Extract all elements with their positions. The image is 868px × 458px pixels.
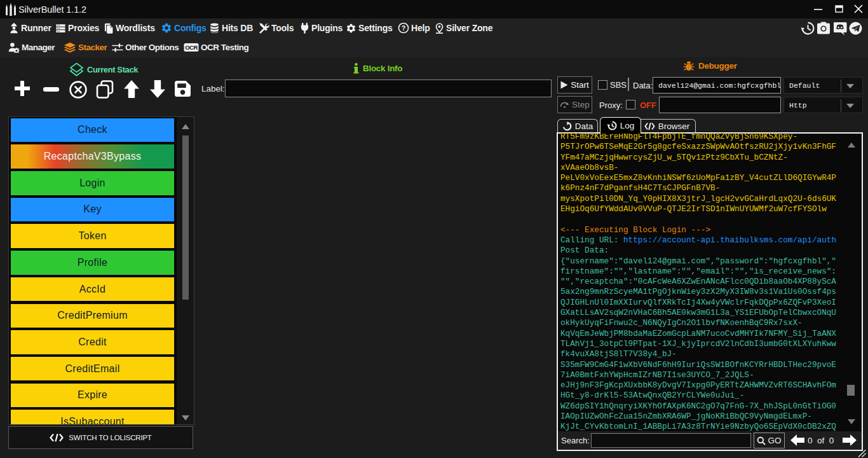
svg-text:?: ?	[402, 24, 405, 32]
svg-text:OCR: OCR	[185, 44, 198, 51]
